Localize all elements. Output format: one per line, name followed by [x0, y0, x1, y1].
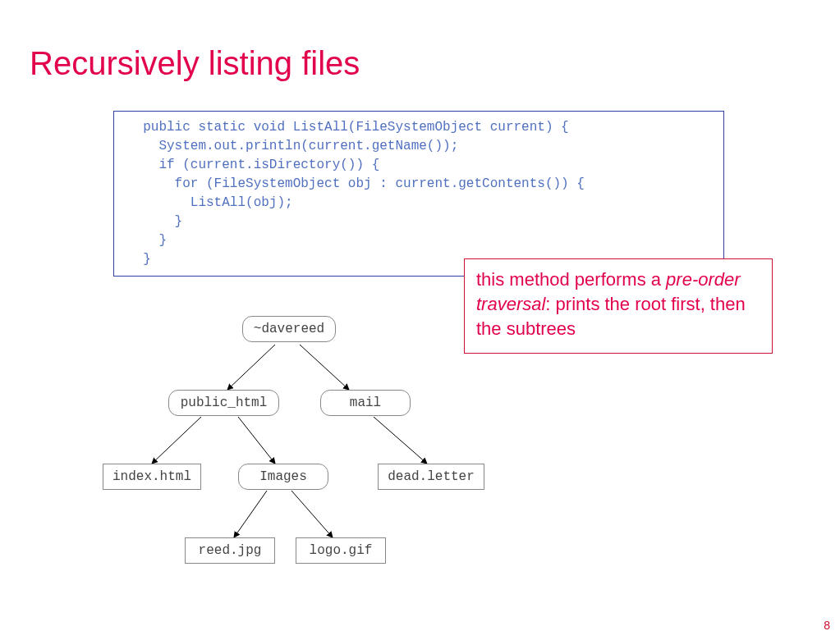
svg-line-3 — [238, 417, 275, 464]
tree-node-images: Images — [238, 464, 328, 490]
tree-node-index-html: index.html — [103, 464, 201, 490]
code-block: public static void ListAll(FileSystemObj… — [127, 118, 710, 269]
svg-line-1 — [300, 345, 349, 390]
tree-node-logo-gif: logo.gif — [296, 537, 386, 564]
tree-diagram: ~davereed public_html mail index.html Im… — [103, 316, 521, 587]
tree-node-davereed: ~davereed — [242, 316, 336, 342]
slide-title: Recursively listing files — [30, 45, 360, 82]
tree-node-public-html: public_html — [168, 390, 279, 416]
svg-line-2 — [152, 417, 201, 464]
page-number: 8 — [824, 619, 830, 632]
svg-line-5 — [234, 491, 267, 537]
code-block-container: public static void ListAll(FileSystemObj… — [113, 111, 724, 277]
tree-node-mail: mail — [320, 390, 411, 416]
callout-prefix: this method performs a — [476, 269, 666, 290]
svg-line-6 — [291, 491, 333, 537]
tree-node-dead-letter: dead.letter — [378, 464, 484, 490]
tree-node-reed-jpg: reed.jpg — [185, 537, 275, 564]
svg-line-0 — [227, 345, 275, 390]
svg-line-4 — [374, 417, 427, 464]
